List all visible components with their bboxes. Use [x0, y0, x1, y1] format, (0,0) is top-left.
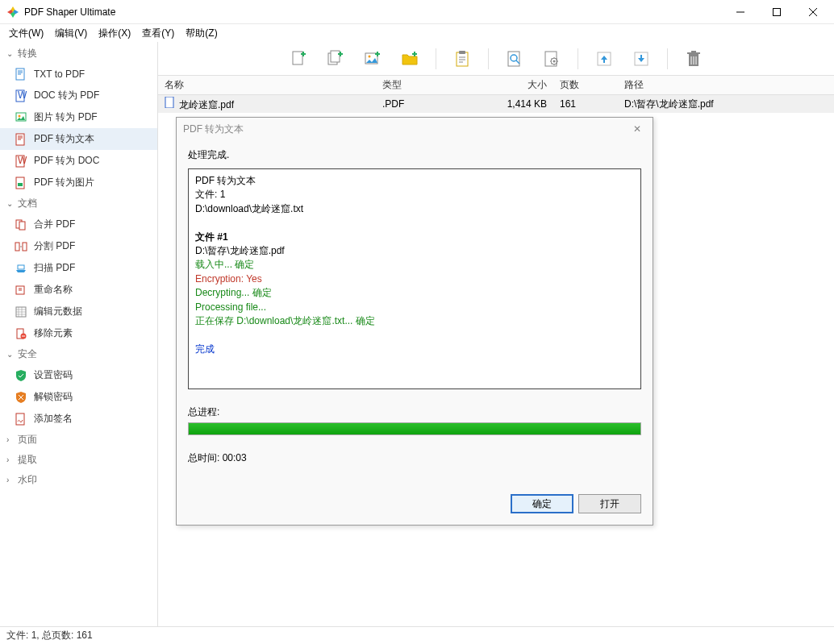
- svg-rect-15: [18, 265, 24, 269]
- column-size[interactable]: 大小: [473, 78, 553, 92]
- menu-view[interactable]: 查看(Y): [136, 25, 180, 42]
- column-path[interactable]: 路径: [618, 78, 834, 92]
- window-controls: [722, 0, 831, 23]
- svg-text:W: W: [18, 89, 27, 101]
- signature-icon: [15, 413, 27, 426]
- sidebar-item-pdf-to-doc[interactable]: WPDF 转为 DOC: [0, 150, 157, 172]
- move-up-button[interactable]: [593, 48, 615, 70]
- sidebar-group-label: 文档: [18, 197, 37, 210]
- log-saving: 正在保存 D:\download\龙岭迷窟.txt... 确定: [195, 314, 634, 328]
- progress-label: 总进程:: [188, 405, 641, 419]
- file-list-header: 名称 类型 大小 页数 路径: [158, 76, 834, 95]
- sidebar-item-label: 图片 转为 PDF: [34, 110, 98, 124]
- sidebar-group-convert[interactable]: ⌄转换: [0, 44, 157, 64]
- status-bar: 文件: 1, 总页数: 161: [0, 626, 834, 644]
- log-done: 完成: [195, 343, 634, 356]
- file-path: D:\暂存\龙岭迷窟.pdf: [618, 98, 834, 111]
- image-file-icon: [15, 111, 27, 124]
- delete-button[interactable]: [682, 48, 705, 70]
- file-pages: 161: [553, 98, 618, 110]
- pdf-file-icon: [15, 133, 27, 146]
- menu-action[interactable]: 操作(X): [93, 25, 136, 42]
- add-file-button[interactable]: [287, 48, 310, 70]
- rename-icon: [15, 284, 27, 297]
- dialog-title-bar[interactable]: PDF 转为文本 ✕: [177, 118, 653, 140]
- sidebar-group-watermark[interactable]: ›水印: [0, 470, 157, 490]
- sidebar-group-document[interactable]: ⌄文档: [0, 193, 157, 214]
- settings-button[interactable]: [540, 48, 563, 70]
- sidebar-item-rename[interactable]: 重命名称: [0, 279, 157, 301]
- sidebar-item-pdf-to-text[interactable]: PDF 转为文本: [0, 128, 157, 150]
- open-button[interactable]: 打开: [578, 494, 641, 513]
- log-file-header: 文件 #1: [195, 231, 634, 244]
- sidebar-item-scan[interactable]: 扫描 PDF: [0, 257, 157, 279]
- sidebar-item-metadata[interactable]: 编辑元数据: [0, 301, 157, 322]
- menu-help[interactable]: 帮助(Z): [180, 25, 223, 42]
- svg-point-5: [19, 114, 21, 117]
- sidebar-group-extract[interactable]: ›提取: [0, 450, 157, 470]
- sidebar-item-sign[interactable]: 添加签名: [0, 408, 157, 430]
- log-line: 文件: 1: [195, 188, 634, 202]
- log-line: D:\download\龙岭迷窟.txt: [195, 202, 634, 216]
- sidebar-item-label: 重命名称: [34, 283, 73, 297]
- sidebar-item-txt-to-pdf[interactable]: TXT to PDF: [0, 64, 157, 85]
- column-type[interactable]: 类型: [376, 78, 473, 92]
- sidebar-item-label: 添加签名: [34, 412, 73, 426]
- svg-rect-37: [687, 52, 700, 54]
- sidebar-item-label: TXT to PDF: [34, 69, 85, 80]
- sidebar-group-page[interactable]: ›页面: [0, 430, 157, 450]
- minimize-button[interactable]: [722, 0, 758, 23]
- paste-button[interactable]: [451, 48, 473, 70]
- chevron-down-icon: ⌄: [6, 49, 15, 58]
- dialog-title: PDF 转为文本: [183, 123, 244, 136]
- pdf-file-icon: [165, 97, 176, 108]
- svg-rect-38: [691, 51, 696, 52]
- sidebar-item-label: 分割 PDF: [34, 239, 75, 253]
- dialog-close-button[interactable]: ✕: [628, 122, 646, 136]
- split-icon: [15, 240, 27, 253]
- sidebar-item-img-to-pdf[interactable]: 图片 转为 PDF: [0, 106, 157, 128]
- sidebar-group-label: 提取: [18, 453, 37, 467]
- file-size: 1,414 KB: [473, 98, 553, 110]
- column-name[interactable]: 名称: [158, 78, 376, 92]
- sidebar-item-split[interactable]: 分割 PDF: [0, 235, 157, 257]
- add-folder-button[interactable]: [398, 48, 421, 70]
- sidebar-item-remove[interactable]: 移除元素: [0, 322, 157, 344]
- svg-point-33: [553, 60, 556, 62]
- chevron-down-icon: ⌄: [6, 199, 15, 208]
- sidebar-group-label: 页面: [18, 433, 37, 447]
- svg-rect-14: [23, 243, 27, 251]
- chevron-down-icon: ⌄: [6, 350, 15, 359]
- chevron-right-icon: ›: [6, 455, 15, 464]
- log-encryption: Encryption: Yes: [195, 272, 634, 286]
- file-name: 龙岭迷窟.pdf: [179, 99, 234, 110]
- sidebar-item-label: PDF 转为 DOC: [34, 154, 99, 168]
- toolbar-separator: [578, 48, 578, 69]
- preview-button[interactable]: [503, 48, 526, 70]
- sidebar-item-decrypt[interactable]: 解锁密码: [0, 386, 157, 408]
- menu-edit[interactable]: 编辑(V): [49, 25, 93, 42]
- sidebar-group-security[interactable]: ⌄安全: [0, 344, 157, 364]
- menu-file[interactable]: 文件(W): [3, 25, 49, 42]
- shield-orange-icon: [15, 391, 27, 404]
- sidebar-item-pdf-to-img[interactable]: PDF 转为图片: [0, 172, 157, 193]
- close-button[interactable]: [794, 0, 831, 23]
- sidebar-item-doc-to-pdf[interactable]: WDOC 转为 PDF: [0, 85, 157, 106]
- add-files-button[interactable]: [324, 48, 347, 70]
- merge-icon: [15, 218, 27, 231]
- column-pages[interactable]: 页数: [553, 78, 618, 92]
- progress-dialog: PDF 转为文本 ✕ 处理完成. PDF 转为文本 文件: 1 D:\downl…: [176, 117, 653, 526]
- maximize-button[interactable]: [758, 0, 794, 23]
- svg-rect-28: [459, 51, 465, 54]
- toolbar-separator: [667, 48, 668, 69]
- file-list-row[interactable]: 龙岭迷窟.pdf .PDF 1,414 KB 161 D:\暂存\龙岭迷窟.pd…: [158, 95, 834, 113]
- move-down-button[interactable]: [630, 48, 653, 70]
- chevron-right-icon: ›: [6, 435, 15, 444]
- menu-bar: 文件(W) 编辑(V) 操作(X) 查看(Y) 帮助(Z): [0, 24, 834, 42]
- svg-rect-10: [18, 183, 23, 186]
- add-image-button[interactable]: [361, 48, 384, 70]
- sidebar-item-merge[interactable]: 合并 PDF: [0, 214, 157, 235]
- ok-button[interactable]: 确定: [511, 494, 573, 513]
- sidebar-item-encrypt[interactable]: 设置密码: [0, 364, 157, 386]
- sidebar-item-label: 设置密码: [34, 368, 73, 382]
